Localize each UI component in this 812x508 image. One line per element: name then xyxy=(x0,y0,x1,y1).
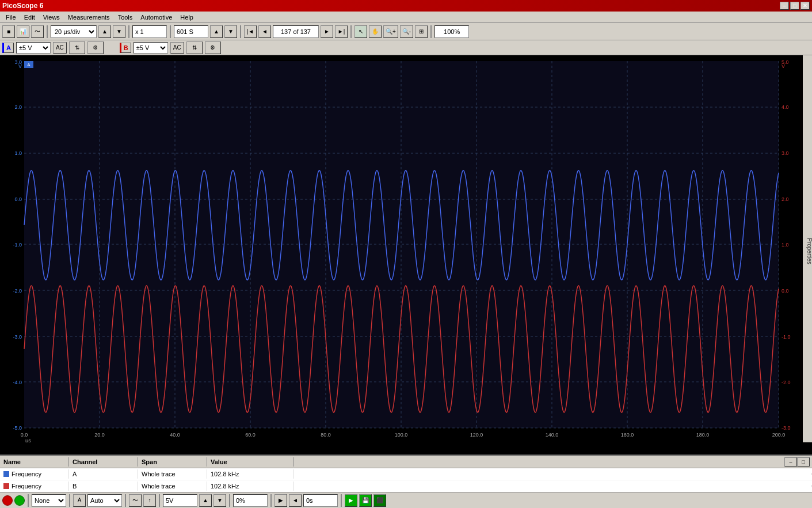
title-bar: PicoScope 6 – □ ✕ xyxy=(0,0,812,12)
sep2 xyxy=(128,25,129,38)
status-ch-btn[interactable]: A xyxy=(73,494,86,507)
stop-indicator[interactable] xyxy=(2,495,13,506)
zoom-out-button[interactable]: 🔍- xyxy=(400,25,413,38)
time-per-div-select[interactable]: 20 μs/div 10 μs/div 50 μs/div xyxy=(51,25,97,38)
scope-wrapper: Properties xyxy=(0,55,812,454)
app-title: PicoScope 6 xyxy=(2,2,43,10)
svg-text:60.0: 60.0 xyxy=(245,432,256,438)
pan-button[interactable]: ✋ xyxy=(369,25,382,38)
first-frame-button[interactable]: |◄ xyxy=(244,25,257,38)
time-up-button[interactable]: ▲ xyxy=(98,25,111,38)
channel-b-label[interactable]: B xyxy=(120,43,131,53)
prev-frame-button[interactable]: ◄ xyxy=(258,25,271,38)
record-save[interactable]: 💾 xyxy=(359,494,372,507)
trigger-mode-select[interactable]: Auto Normal xyxy=(87,494,122,507)
record-stop[interactable]: ⬛ xyxy=(373,494,386,507)
menu-tools[interactable]: Tools xyxy=(115,13,136,22)
svg-text:20.0: 20.0 xyxy=(94,432,105,438)
samples-down[interactable]: ▼ xyxy=(224,25,237,38)
measurements-header: Name Channel Span Value – □ xyxy=(0,456,812,468)
svg-text:80.0: 80.0 xyxy=(321,432,331,438)
channel-a-label[interactable]: A xyxy=(2,43,14,53)
probe-multiplier: x 1 xyxy=(132,25,167,38)
close-button[interactable]: ✕ xyxy=(800,2,810,10)
svg-text:-2.0: -2.0 xyxy=(13,288,22,294)
channel-a-invert[interactable]: ⇅ xyxy=(69,41,85,54)
channel-b-coupling[interactable]: AC xyxy=(170,42,184,54)
sep1 xyxy=(47,25,48,38)
status-sep6 xyxy=(270,494,272,507)
time-display: 0s xyxy=(303,494,338,507)
col-header-channel: Channel xyxy=(69,457,138,467)
record-start[interactable]: ▶ xyxy=(345,494,357,507)
waveform-btn[interactable]: 〜 xyxy=(129,494,142,507)
status-sep4 xyxy=(159,494,160,507)
channel-b-invert[interactable]: ⇅ xyxy=(186,41,203,54)
svg-text:0.0: 0.0 xyxy=(14,196,22,202)
menu-views[interactable]: Views xyxy=(40,13,63,22)
voltage-down[interactable]: ▼ xyxy=(214,494,226,507)
svg-text:0.0: 0.0 xyxy=(781,288,789,294)
percent-display: 0% xyxy=(233,494,268,507)
svg-text:160.0: 160.0 xyxy=(621,432,634,438)
svg-text:V: V xyxy=(18,63,22,69)
channel-b-voltage[interactable]: ±5 V ±2 V ±10 V xyxy=(134,42,168,54)
sep3 xyxy=(170,25,171,38)
status-extra-btn[interactable]: ↑ xyxy=(143,494,156,507)
svg-text:-1.0: -1.0 xyxy=(781,334,791,340)
menu-automotive[interactable]: Automotive xyxy=(137,13,176,22)
meas-minimize[interactable]: – xyxy=(784,457,797,467)
status-sep3 xyxy=(125,494,126,507)
voltage-display: 5V xyxy=(163,494,197,507)
status-play[interactable]: ▶ xyxy=(275,494,287,507)
channel-a-settings[interactable]: ⚙ xyxy=(87,41,104,54)
stop-button[interactable]: ■ xyxy=(2,25,15,38)
zoom-in-button[interactable]: 🔍+ xyxy=(383,25,398,38)
svg-text:4.0: 4.0 xyxy=(781,104,789,110)
svg-text:-4.0: -4.0 xyxy=(13,380,22,385)
menu-help[interactable]: Help xyxy=(177,13,197,22)
zoom-level-display: 100% xyxy=(434,25,469,38)
cursor-button[interactable]: ↖ xyxy=(354,25,367,38)
last-frame-button[interactable]: ►| xyxy=(335,25,348,38)
channel-b-settings[interactable]: ⚙ xyxy=(205,41,221,54)
zoom-fit-button[interactable]: ⊞ xyxy=(415,25,428,38)
status-bar: None A B A Auto Normal 〜 ↑ 5V ▲ ▼ 0% xyxy=(0,492,812,508)
meas-row-b: Frequency B Whole trace 102.8 kHz xyxy=(0,480,812,492)
trigger-source-select[interactable]: None A B xyxy=(32,494,66,507)
svg-text:2.0: 2.0 xyxy=(781,196,789,202)
svg-text:Properties: Properties xyxy=(806,238,812,264)
minimize-button[interactable]: – xyxy=(780,2,789,10)
toolbar: ■ 📊 〜 20 μs/div 10 μs/div 50 μs/div ▲ ▼ … xyxy=(0,23,812,40)
status-prev[interactable]: ◄ xyxy=(289,494,302,507)
svg-text:μs: μs xyxy=(25,438,31,442)
voltage-up[interactable]: ▲ xyxy=(199,494,212,507)
next-frame-button[interactable]: ► xyxy=(321,25,333,38)
channel-a-coupling[interactable]: AC xyxy=(53,42,67,54)
svg-text:200.0: 200.0 xyxy=(772,432,786,438)
status-sep1 xyxy=(28,494,29,507)
samples-up[interactable]: ▲ xyxy=(210,25,223,38)
chart-button[interactable]: 📊 xyxy=(17,25,29,38)
meas-extra-b xyxy=(293,485,812,487)
svg-text:-2.0: -2.0 xyxy=(781,380,791,385)
channel-a-voltage[interactable]: ±5 V ±2 V ±10 V xyxy=(16,42,51,54)
menu-file[interactable]: File xyxy=(2,13,20,22)
sep5 xyxy=(350,25,352,38)
meas-span-a: Whole trace xyxy=(138,469,207,479)
svg-text:140.0: 140.0 xyxy=(546,432,559,438)
channel-bar: A ±5 V ±2 V ±10 V AC ⇅ ⚙ B ±5 V ±2 V ±10… xyxy=(0,40,812,55)
svg-text:A: A xyxy=(27,62,31,67)
scope-display[interactable]: Properties xyxy=(0,55,812,442)
meas-color-b xyxy=(3,483,9,489)
time-down-button[interactable]: ▼ xyxy=(113,25,125,38)
maximize-button[interactable]: □ xyxy=(790,2,799,10)
status-sep7 xyxy=(341,494,342,507)
status-sep5 xyxy=(229,494,230,507)
meas-maximize[interactable]: □ xyxy=(797,457,810,467)
run-indicator[interactable] xyxy=(14,495,25,506)
menu-measurements[interactable]: Measurements xyxy=(64,13,113,22)
menu-edit[interactable]: Edit xyxy=(21,13,39,22)
scope-button[interactable]: 〜 xyxy=(31,25,44,38)
title-bar-controls: – □ ✕ xyxy=(780,2,810,10)
